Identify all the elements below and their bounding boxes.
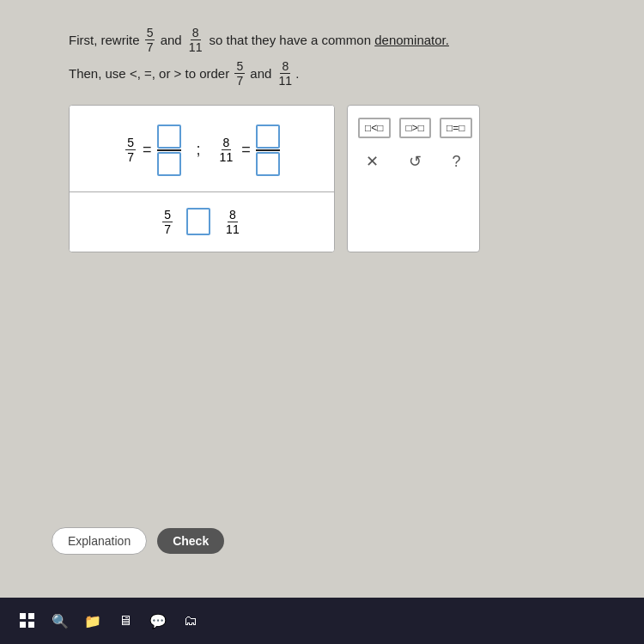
input-numerator-1[interactable] [157,125,181,149]
file-explorer-icon[interactable]: 📁 [82,611,103,631]
group-5-7: 5 7 = [124,125,180,176]
options-panel: □<□ □>□ □=□ ✕ ↺ ? [347,105,480,252]
bottom-frac-5-7: 5 7 [162,208,173,236]
top-lhs-num: 5 [125,136,136,150]
top-rhs-den: 11 [218,150,235,164]
input-numerator-2[interactable] [256,125,280,149]
chat-icon[interactable]: 💬 [148,611,168,631]
input-top-row: 5 7 = ; 8 11 [70,106,334,192]
line2-suffix: . [295,66,299,81]
apps-icon[interactable]: 🗂 [180,611,201,631]
frac1-den: 7 [145,40,155,54]
option-gt-icon: □>□ [406,122,425,134]
main-content: First, rewrite 5 7 and 8 11 so that they… [0,0,644,601]
bot-lhs-den: 7 [162,222,173,236]
equals-2: = [241,141,251,159]
help-button[interactable]: ? [448,151,464,173]
work-area: 5 7 = ; 8 11 [69,105,592,252]
explanation-button[interactable]: Explanation [52,527,147,555]
compare-options-row: □<□ □>□ □=□ [358,118,469,138]
desktop-icon[interactable]: 🖥 [115,611,136,631]
frac3-den: 7 [234,74,245,88]
input-denominator-2[interactable] [256,152,280,176]
top-rhs-num: 8 [222,136,232,150]
fraction-8-11: 8 11 [187,26,204,54]
option-less-than[interactable]: □<□ [358,118,391,138]
bot-rhs-num: 8 [228,208,238,222]
equals-1: = [143,141,152,159]
frac3-num: 5 [234,59,245,74]
windows-start-icon[interactable] [17,611,38,631]
instruction-line-2: Then, use <, =, or > to order 5 7 and 8 … [69,59,592,88]
instruction-line-1: First, rewrite 5 7 and 8 11 so that they… [69,26,592,54]
bottom-frac-8-11: 8 11 [224,208,241,236]
line1-suffix: so that they have a common [210,33,371,47]
fraction-5-7-b: 5 7 [234,59,245,88]
group-8-11: 8 11 = [216,125,280,176]
bottom-bar: Explanation Check [52,527,224,555]
input-panel: 5 7 = ; 8 11 [69,105,335,252]
bot-lhs-num: 5 [162,208,173,222]
search-taskbar-icon[interactable]: 🔍 [50,611,70,631]
close-button[interactable]: ✕ [362,150,382,173]
frac4-den: 11 [277,74,295,88]
bot-rhs-den: 11 [224,222,241,236]
line2-and: and [250,66,271,81]
frac1-num: 5 [145,26,155,40]
input-denominator-1[interactable] [157,152,181,176]
fraction-line-2 [256,149,280,151]
top-lhs-den: 7 [125,150,136,164]
fraction-8-11-b: 8 11 [277,59,295,88]
semicolon: ; [197,141,201,159]
option-lt-icon: □<□ [365,122,384,134]
line1-and: and [161,33,182,47]
frac2-den: 11 [187,40,204,54]
line1-prefix: First, rewrite [69,33,140,47]
input-bottom-row: 5 7 8 11 [70,192,334,252]
static-frac-8-11: 8 11 [218,136,235,164]
frac2-num: 8 [191,26,201,40]
action-buttons-row: ✕ ↺ ? [358,150,469,173]
undo-button[interactable]: ↺ [405,150,425,173]
fraction-5-7: 5 7 [145,26,155,54]
option-greater-than[interactable]: □>□ [399,118,432,138]
input-frac-box-1[interactable] [157,125,181,176]
option-eq-icon: □=□ [447,122,465,134]
input-frac-box-2[interactable] [256,125,280,176]
option-equal-to[interactable]: □=□ [440,118,472,138]
static-frac-5-7: 5 7 [125,136,136,164]
denominator-link[interactable]: denominator. [374,33,449,47]
fraction-line-1 [157,149,181,151]
line2-prefix: Then, use <, =, or > to order [69,66,229,81]
frac4-num: 8 [280,59,290,74]
comparison-input-box[interactable] [186,208,210,235]
check-button[interactable]: Check [157,528,224,554]
taskbar: 🔍 📁 🖥 💬 🗂 [0,598,644,644]
